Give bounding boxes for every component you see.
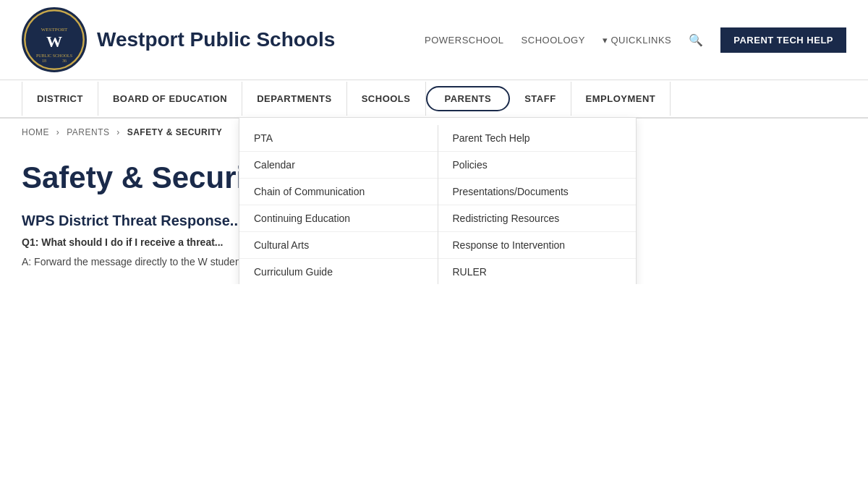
- nav-item-staff[interactable]: STAFF: [510, 82, 571, 116]
- main-nav: DISTRICT BOARD OF EDUCATION DEPARTMENTS …: [0, 80, 868, 119]
- quicklinks-link[interactable]: ▾ QUICKLINKS: [603, 35, 671, 46]
- dropdown-col-left: PTA Calendar Chain of Communication Cont…: [239, 125, 438, 284]
- nav-item-employment[interactable]: EMPLOYMENT: [571, 82, 671, 116]
- site-header: WESTPORT W PUBLIC SCHOOLS 18 36 Westport…: [0, 0, 868, 80]
- dropdown-columns: PTA Calendar Chain of Communication Cont…: [239, 125, 636, 284]
- dropdown-policies[interactable]: Policies: [438, 152, 637, 179]
- nav-item-district[interactable]: DISTRICT: [22, 82, 98, 116]
- breadcrumb-home[interactable]: HOME: [22, 127, 49, 137]
- svg-text:36: 36: [62, 59, 67, 63]
- svg-text:WESTPORT: WESTPORT: [41, 27, 68, 33]
- dropdown-ruler[interactable]: RULER: [438, 259, 637, 284]
- powerschool-link[interactable]: POWERSCHOOL: [425, 35, 504, 46]
- school-name: Westport Public Schools: [97, 28, 335, 51]
- search-icon[interactable]: 🔍: [689, 33, 703, 47]
- header-nav: POWERSCHOOL SCHOOLOGY ▾ QUICKLINKS 🔍 PAR…: [425, 27, 846, 53]
- breadcrumb-sep-2: ›: [116, 127, 120, 137]
- dropdown-curriculum[interactable]: Curriculum Guide: [239, 259, 438, 284]
- nav-item-departments[interactable]: DEPARTMENTS: [242, 82, 346, 116]
- nav-item-parents[interactable]: PARENTS: [426, 86, 511, 111]
- dropdown-rti[interactable]: Response to Intervention: [438, 232, 637, 259]
- svg-text:PUBLIC SCHOOLS: PUBLIC SCHOOLS: [36, 53, 72, 58]
- breadcrumb-parents[interactable]: PARENTS: [67, 127, 109, 137]
- page-title-text: Safety & Secu: [22, 160, 224, 194]
- dropdown-pta[interactable]: PTA: [239, 125, 438, 152]
- svg-text:W: W: [46, 33, 62, 51]
- schoology-link[interactable]: SCHOOLOGY: [522, 35, 585, 46]
- parents-dropdown: PTA Calendar Chain of Communication Cont…: [239, 117, 637, 284]
- nav-item-board[interactable]: BOARD OF EDUCATION: [98, 82, 242, 116]
- svg-text:18: 18: [42, 59, 46, 63]
- dropdown-continuing-ed[interactable]: Continuing Education: [239, 205, 438, 232]
- dropdown-presentations[interactable]: Presentations/Documents: [438, 179, 637, 205]
- dropdown-col-right: Parent Tech Help Policies Presentations/…: [438, 125, 637, 284]
- dropdown-chain[interactable]: Chain of Communication: [239, 179, 438, 205]
- parent-tech-button[interactable]: PARENT TECH HELP: [720, 27, 846, 53]
- breadcrumb-current: SAFETY & SECURITY: [127, 127, 223, 137]
- school-logo: WESTPORT W PUBLIC SCHOOLS 18 36: [22, 7, 87, 72]
- dropdown-calendar[interactable]: Calendar: [239, 152, 438, 179]
- dropdown-redistricting[interactable]: Redistricting Resources: [438, 205, 637, 232]
- breadcrumb-sep-1: ›: [56, 127, 60, 137]
- dropdown-cultural-arts[interactable]: Cultural Arts: [239, 232, 438, 259]
- logo-area: WESTPORT W PUBLIC SCHOOLS 18 36 Westport…: [22, 7, 335, 72]
- dropdown-parent-tech[interactable]: Parent Tech Help: [438, 125, 637, 152]
- nav-item-schools[interactable]: SCHOOLS: [347, 82, 426, 116]
